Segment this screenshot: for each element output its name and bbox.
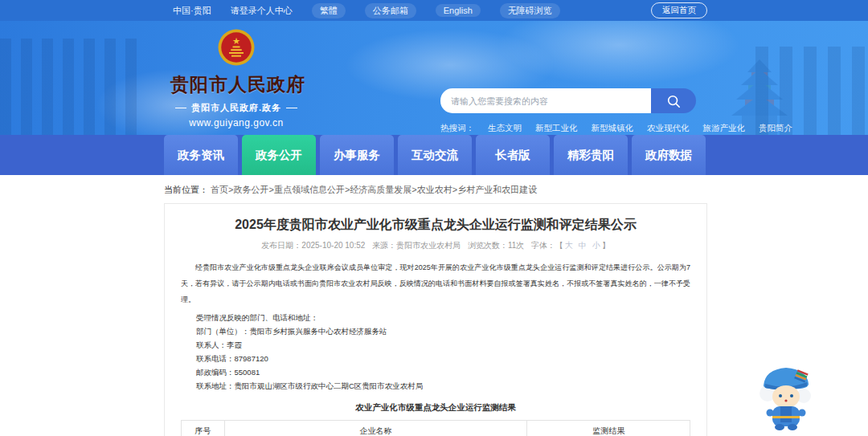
- hot-search-row: 热搜词： 生态文明 新型工业化 新型城镇化 农业现代化 旅游产业化 贵阳简介: [440, 123, 696, 134]
- views-value: 11次: [508, 241, 524, 250]
- search-input[interactable]: [440, 88, 651, 113]
- source-value: 贵阳市农业农村局: [396, 241, 461, 250]
- breadcrumb-label: 当前位置：: [164, 185, 208, 194]
- publish-date-label: 发布日期：: [261, 241, 301, 250]
- traditional-chinese-link[interactable]: 繁體: [312, 3, 346, 18]
- site-banner: ★ 贵阳市人民政府 贵阳市人民政府.政务 www.guiyang.gov.cn: [0, 21, 868, 135]
- nav-tab-zwgk-active[interactable]: 政务公开: [242, 135, 316, 175]
- source-label: 来源：: [372, 241, 396, 250]
- divider-line: [286, 108, 297, 108]
- article-paragraph: 经贵阳市农业产业化市级重点龙头企业联席会议成员单位审定，现对2025年开展的农业…: [181, 259, 690, 308]
- font-size-label: 字体：【: [531, 241, 563, 250]
- nav-tab-zwzx[interactable]: 政务资讯: [164, 135, 238, 175]
- official-mail-link[interactable]: 公务邮箱: [365, 3, 416, 18]
- nav-tab-bsfw[interactable]: 办事服务: [320, 135, 394, 175]
- col-header-seq: 序号: [182, 421, 225, 436]
- region-link[interactable]: 中国·贵阳: [173, 5, 211, 17]
- table-caption: 农业产业化市级重点龙头企业运行监测结果: [181, 402, 690, 414]
- search-button[interactable]: [651, 88, 696, 113]
- divider-line: [175, 108, 186, 108]
- nav-tab-hdjl[interactable]: 互动交流: [398, 135, 472, 175]
- accessibility-link[interactable]: 无障碍浏览: [500, 3, 560, 18]
- breadcrumb-path[interactable]: 首页>政务公开>重点领域信息公开>经济高质量发展>农业农村>乡村产业和农田建设: [211, 185, 537, 194]
- hot-search-term[interactable]: 旅游产业化: [703, 123, 746, 134]
- site-subtitle: 贵阳市人民政府.政务: [170, 102, 302, 114]
- col-header-company: 企业名称: [224, 421, 527, 436]
- top-utility-bar: 中国·贵阳 请登录个人中心 繁體 公务邮箱 English 无障碍浏览 返回首页: [0, 0, 868, 21]
- contact-line: 联系地址：贵阳市观山湖区市级行政中心二期C区贵阳市农业农村局: [181, 379, 690, 393]
- font-size-small-button[interactable]: 小: [592, 241, 600, 250]
- city-skyline-decoration: [0, 39, 145, 135]
- table-header-row: 序号 企业名称 监测结果: [182, 421, 690, 436]
- contact-line: 邮政编码：550081: [181, 365, 690, 379]
- hot-search-term[interactable]: 生态文明: [488, 123, 522, 134]
- english-link[interactable]: English: [436, 4, 481, 17]
- article-title: 2025年度贵阳市农业产业化市级重点龙头企业运行监测和评定结果公示: [181, 217, 690, 232]
- contact-line: 联系电话：87987120: [181, 352, 690, 365]
- mascot-assistant[interactable]: [754, 360, 818, 432]
- breadcrumb: 当前位置： 首页>政务公开>重点领域信息公开>经济高质量发展>农业农村>乡村产业…: [0, 175, 868, 196]
- font-size-label-close: 】: [602, 241, 610, 250]
- publish-date: 2025-10-20 10:52: [301, 241, 365, 250]
- search-icon: [666, 94, 681, 108]
- col-header-result: 监测结果: [527, 421, 690, 436]
- article-card: 2025年度贵阳市农业产业化市级重点龙头企业运行监测和评定结果公示 发布日期：2…: [164, 203, 707, 436]
- hot-search-term[interactable]: 新型工业化: [535, 123, 578, 134]
- monitoring-results-table: 序号 企业名称 监测结果 1 贵州合力超市采购有限公司 合格 2 贵州友禾种业有…: [181, 420, 690, 436]
- hot-search-term[interactable]: 新型城镇化: [592, 123, 634, 134]
- return-home-button[interactable]: 返回首页: [651, 2, 707, 18]
- contact-line: 部门（单位）：贵阳市乡村振兴服务中心农村经济服务站: [181, 324, 690, 338]
- contact-line: 受理情况反映的部门、电话和地址：: [181, 311, 690, 324]
- font-size-large-button[interactable]: 大: [565, 241, 573, 250]
- main-navigation: 政务资讯 政务公开 办事服务 互动交流 长者版 精彩贵阳 政府数据: [0, 135, 868, 175]
- nav-tab-jcgy[interactable]: 精彩贵阳: [554, 135, 628, 175]
- hot-search-label: 热搜词：: [440, 123, 474, 134]
- contact-line: 联系人：李霞: [181, 338, 690, 352]
- nav-tab-elder[interactable]: 长者版: [476, 135, 550, 175]
- national-emblem-icon: ★: [217, 27, 256, 67]
- contact-block: 受理情况反映的部门、电话和地址： 部门（单位）：贵阳市乡村振兴服务中心农村经济服…: [181, 311, 690, 393]
- search-area: 热搜词： 生态文明 新型工业化 新型城镇化 农业现代化 旅游产业化 贵阳简介: [440, 88, 696, 134]
- site-logo[interactable]: ★ 贵阳市人民政府 贵阳市人民政府.政务 www.guiyang.gov.cn: [170, 27, 302, 128]
- hot-search-term[interactable]: 农业现代化: [647, 123, 690, 134]
- font-size-medium-button[interactable]: 中: [579, 241, 587, 250]
- svg-text:★: ★: [232, 36, 240, 46]
- login-link[interactable]: 请登录个人中心: [231, 5, 293, 17]
- article-meta: 发布日期：2025-10-20 10:52 来源：贵阳市农业农村局 浏览次数：1…: [181, 240, 690, 251]
- views-label: 浏览次数：: [468, 241, 508, 250]
- hot-search-term[interactable]: 贵阳简介: [759, 123, 792, 134]
- nav-tab-zfsj[interactable]: 政府数据: [632, 135, 706, 175]
- site-url: www.guiyang.gov.cn: [170, 117, 302, 128]
- site-title: 贵阳市人民政府: [170, 72, 302, 97]
